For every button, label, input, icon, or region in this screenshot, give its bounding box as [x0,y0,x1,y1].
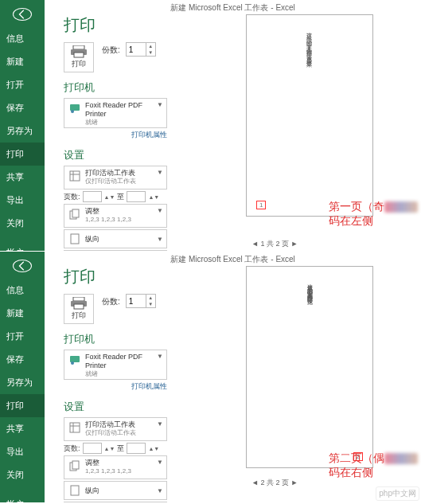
settings-section-title: 设置 [64,400,167,414]
nav-print[interactable]: 打印 [0,143,45,166]
settings-section-title: 设置 [64,148,167,162]
nav-saveas[interactable]: 另存为 [0,371,45,394]
print-panel: 打印 打印 份数: ▲▼ 打印机 Foxit Reader PDF Printe… [64,266,167,502]
copies-input[interactable] [127,295,146,307]
collate-icon [68,459,82,473]
paper-dropdown[interactable]: A421 厘米 x 29.7 厘米 ▼ [64,502,167,502]
nav-share[interactable]: 共享 [0,417,45,440]
chevron-down-icon: ▼ [157,101,163,108]
nav-print[interactable]: 打印 [0,394,45,417]
print-preview-page1: 这是一段示例中文文本内容用于预览显示效果 1 [246,14,373,217]
nav-save[interactable]: 保存 [0,348,45,371]
scope-sub: 仅打印活动工作表 [85,429,154,437]
svg-rect-19 [70,356,80,362]
printer-dropdown[interactable]: Foxit Reader PDF Printer就绪 ▼ [64,98,167,128]
copies-spinner[interactable]: ▲▼ [126,294,156,308]
chevron-down-icon: ▼ [157,487,163,494]
svg-rect-21 [70,423,80,432]
svg-rect-5 [70,171,80,181]
back-button[interactable] [13,8,32,21]
svg-point-4 [71,110,74,113]
printer-dropdown[interactable]: Foxit Reader PDF Printer就绪 ▼ [64,350,167,380]
print-scope-dropdown[interactable]: 打印活动工作表仅打印活动工作表 ▼ [64,166,167,189]
nav-export[interactable]: 导出 [0,440,45,463]
print-title: 打印 [64,266,167,287]
nav-close[interactable]: 关闭 [0,463,45,486]
print-preview-page2: 这是第二页的示例中文文本内容用于打印预览 2 [246,266,373,468]
printer-icon [71,297,87,310]
page-from-input[interactable] [83,191,102,202]
back-arrow-icon [17,260,28,272]
nav-save[interactable]: 保存 [0,96,45,119]
nav-share[interactable]: 共享 [0,166,45,189]
svg-rect-26 [71,486,79,495]
app-title: 新建 Microsoft Excel 工作表 - Excel [45,252,421,267]
printer-device-icon [68,353,82,367]
nav-info[interactable]: 信息 [0,27,45,50]
collate-dropdown[interactable]: 调整1,2,3 1,2,3 1,2,3 ▼ [64,204,167,228]
page-range-row: 页数: ▲▼ 至 ▲▼ [64,443,167,454]
orientation-icon [68,483,82,498]
printer-status: 就绪 [85,370,154,378]
print-button[interactable]: 打印 [64,294,94,324]
collate-sub: 1,2,3 1,2,3 1,2,3 [85,467,154,475]
page-to-label: 至 [117,443,124,454]
printer-icon [71,45,87,58]
page-nav[interactable]: ◄ 2 共 2 页 ► [251,478,298,488]
svg-rect-18 [74,304,84,309]
nav-new[interactable]: 新建 [0,50,45,73]
chevron-down-icon: ▼ [157,353,163,360]
printer-status: 就绪 [85,119,154,127]
nav-new[interactable]: 新建 [0,302,45,325]
spin-down-icon[interactable]: ▼ [146,301,155,307]
printer-properties-link[interactable]: 打印机属性 [64,130,167,140]
printer-section-title: 打印机 [64,332,167,346]
nav-account[interactable]: 帐户 [0,493,45,503]
copies-input[interactable] [127,43,146,56]
nav-open[interactable]: 打开 [0,73,45,96]
page-nav[interactable]: ◄ 1 共 2 页 ► [251,239,298,249]
preview-text: 这是一段示例中文文本内容用于预览显示效果 [306,28,314,60]
paper-dropdown[interactable]: A421 厘米 x 29.7 厘米 ▼ [64,250,167,251]
sidebar: 信息 新建 打开 保存 另存为 打印 共享 导出 关闭 帐户 选项 [0,0,45,251]
orientation-icon [68,232,82,246]
orientation-label: 纵向 [85,486,154,495]
chevron-down-icon: ▼ [157,169,163,176]
sheet-icon [68,420,82,435]
svg-rect-3 [70,104,80,111]
app-title: 新建 Microsoft Excel 工作表 - Excel [45,0,421,15]
back-button[interactable] [13,260,32,272]
orientation-dropdown[interactable]: 纵向 ▼ [64,229,167,248]
nav-info[interactable]: 信息 [0,279,45,302]
svg-rect-2 [74,53,84,57]
nav-export[interactable]: 导出 [0,189,45,212]
nav-open[interactable]: 打开 [0,325,45,348]
preview-text: 这是第二页的示例中文文本内容用于打印预览 [306,279,314,295]
spin-down-icon[interactable]: ▼ [146,49,155,56]
print-button[interactable]: 打印 [64,42,94,72]
collate-sub: 1,2,3 1,2,3 1,2,3 [85,216,154,224]
scope-sub: 仅打印活动工作表 [85,178,154,186]
page-to-input[interactable] [127,191,146,202]
chevron-down-icon: ▼ [157,207,163,214]
back-arrow-icon [17,9,28,20]
copies-label: 份数: [102,297,120,306]
page-number-left: 1 [256,201,266,209]
printer-name: Foxit Reader PDF Printer [85,353,154,370]
copies-spinner[interactable]: ▲▼ [126,42,156,57]
chevron-down-icon: ▼ [157,236,163,243]
print-scope-dropdown[interactable]: 打印活动工作表仅打印活动工作表 ▼ [64,417,167,441]
page-from-input[interactable] [83,443,102,454]
svg-rect-9 [72,209,79,217]
collate-dropdown[interactable]: 调整1,2,3 1,2,3 1,2,3 ▼ [64,455,167,479]
nav-close[interactable]: 关闭 [0,212,45,235]
page-to-input[interactable] [127,443,146,454]
spin-up-icon[interactable]: ▲ [146,295,155,301]
printer-properties-link[interactable]: 打印机属性 [64,381,167,392]
printer-section-title: 打印机 [64,80,167,95]
nav-saveas[interactable]: 另存为 [0,119,45,143]
spin-up-icon[interactable]: ▲ [146,43,155,49]
printer-name: Foxit Reader PDF Printer [85,101,154,119]
orientation-dropdown[interactable]: 纵向 ▼ [64,481,167,500]
main-area: 新建 Microsoft Excel 工作表 - Excel 打印 打印 份数:… [45,252,421,502]
